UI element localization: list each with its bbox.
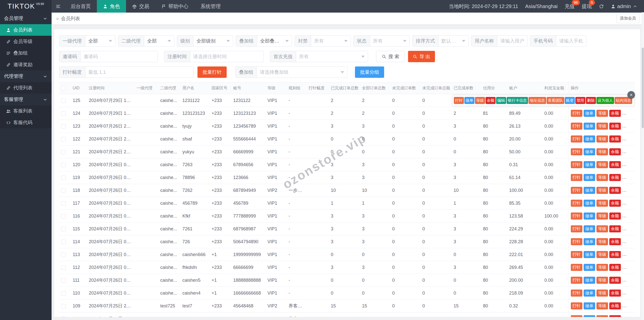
row-action-做单[interactable]: 做单 xyxy=(584,161,595,168)
row-checkbox[interactable] xyxy=(61,278,66,283)
filter-input[interactable] xyxy=(497,35,527,46)
row-checkbox[interactable] xyxy=(61,253,66,257)
row-action-编辑[interactable]: 编辑 xyxy=(496,97,506,104)
sidebar-item-客服代码[interactable]: 客服代码 xyxy=(0,117,52,128)
row-action-打针[interactable]: 打针 xyxy=(571,187,582,194)
reg-time-input[interactable] xyxy=(190,51,263,62)
withdraw-link[interactable]: 提现 5 xyxy=(582,3,592,10)
first-recharge-select[interactable]: 所有 xyxy=(296,51,368,62)
sidebar-group-header[interactable]: 会员管理 xyxy=(0,13,52,24)
row-action-做单[interactable]: 做单 xyxy=(584,212,595,220)
row-action-做单[interactable]: 做单 xyxy=(584,110,595,117)
row-action-等级[interactable]: 等级 xyxy=(596,200,608,207)
sidebar-item-会员等级[interactable]: 会员等级 xyxy=(0,36,52,47)
row-checkbox[interactable] xyxy=(61,291,66,296)
row-action-打针[interactable]: 打针 xyxy=(571,200,582,207)
row-action-设为假人[interactable]: 设为假人 xyxy=(596,97,614,104)
row-action-做单[interactable]: 做单 xyxy=(584,238,595,245)
scrollbar-thumb[interactable] xyxy=(642,48,644,128)
row-action-等级[interactable]: 等级 xyxy=(475,97,485,104)
row-checkbox[interactable] xyxy=(61,124,66,129)
row-checkbox[interactable] xyxy=(61,214,66,219)
row-action-余额[interactable]: 余额 xyxy=(609,187,621,194)
more-actions-button[interactable]: ... xyxy=(635,188,635,193)
row-action-做单[interactable]: 做单 xyxy=(584,302,595,309)
more-actions-button[interactable]: ... xyxy=(635,265,635,270)
more-actions-button[interactable]: ... xyxy=(635,200,635,205)
row-action-打针[interactable]: 打针 xyxy=(571,110,582,117)
row-action-打针[interactable]: 打针 xyxy=(571,238,582,245)
sidebar-item-邀请奖励[interactable]: 邀请奖励 xyxy=(0,59,52,70)
row-checkbox[interactable] xyxy=(61,150,66,154)
more-actions-button[interactable]: ... xyxy=(635,213,635,218)
more-actions-button[interactable]: ... xyxy=(635,136,635,141)
more-actions-button[interactable]: ... xyxy=(635,252,635,257)
sidebar-item-代理列表[interactable]: 代理列表 xyxy=(0,82,52,94)
row-action-打针[interactable]: 打针 xyxy=(571,135,582,143)
row-action-等级[interactable]: 等级 xyxy=(596,264,608,271)
refresh-icon[interactable] xyxy=(599,4,604,9)
row-action-余额[interactable]: 余额 xyxy=(609,264,621,271)
row-action-余额[interactable]: 余额 xyxy=(486,97,496,104)
row-action-删除[interactable]: 删除 xyxy=(586,97,596,104)
more-actions-button[interactable]: ... xyxy=(635,149,635,154)
select-all-checkbox[interactable] xyxy=(61,86,66,90)
row-action-等级[interactable]: 等级 xyxy=(596,123,608,130)
row-action-打针[interactable]: 打针 xyxy=(571,277,582,284)
row-checkbox[interactable] xyxy=(61,98,66,103)
row-action-做单[interactable]: 做单 xyxy=(464,97,474,104)
export-button[interactable]: 导 出 xyxy=(408,51,435,62)
row-checkbox[interactable] xyxy=(61,317,66,317)
sidebar-group-header[interactable]: 客服管理 xyxy=(0,94,52,105)
row-action-打针[interactable]: 打针 xyxy=(571,290,582,297)
sidebar-group-header[interactable]: 代理管理 xyxy=(0,70,52,82)
filter-select[interactable]: 全部 xyxy=(144,35,174,46)
row-action-打针[interactable]: 打针 xyxy=(571,161,582,168)
row-action-等级[interactable]: 等级 xyxy=(596,315,608,317)
sidebar-item-会员列表[interactable]: 会员列表 xyxy=(0,24,52,36)
row-action-等级[interactable]: 等级 xyxy=(596,187,608,194)
topbar-menu-item[interactable]: 后台首页 xyxy=(65,0,97,13)
more-actions-button[interactable]: ... xyxy=(635,277,635,282)
row-action-做单[interactable]: 做单 xyxy=(584,148,595,155)
row-checkbox[interactable] xyxy=(61,188,66,193)
row-action-余额[interactable]: 余额 xyxy=(609,200,621,207)
row-action-余额[interactable]: 余额 xyxy=(609,161,621,168)
filter-select[interactable]: 全部级别 xyxy=(193,35,233,46)
row-action-做单[interactable]: 做单 xyxy=(584,251,595,258)
add-member-button[interactable]: 添加会员 xyxy=(616,14,639,23)
topbar-menu-item[interactable]: 帮助中心 xyxy=(155,0,194,13)
more-actions-button[interactable]: ... xyxy=(635,316,635,317)
row-action-账变[interactable]: 账变 xyxy=(565,97,575,104)
row-action-做单[interactable]: 做单 xyxy=(584,277,595,284)
row-action-等级[interactable]: 等级 xyxy=(596,161,608,168)
row-action-等级[interactable]: 等级 xyxy=(596,277,608,284)
row-action-等级[interactable]: 等级 xyxy=(596,174,608,181)
more-actions-button[interactable]: ... xyxy=(635,239,635,244)
filter-select[interactable]: 所有 xyxy=(370,35,410,46)
row-action-银行卡信息[interactable]: 银行卡信息 xyxy=(507,97,528,104)
row-action-打针[interactable]: 打针 xyxy=(571,148,582,155)
row-action-做单[interactable]: 做单 xyxy=(584,200,595,207)
row-action-做单[interactable]: 做单 xyxy=(584,174,595,181)
admin-menu[interactable]: admin xyxy=(611,4,637,9)
row-action-等级[interactable]: 等级 xyxy=(596,238,608,245)
row-action-等级[interactable]: 等级 xyxy=(596,110,608,117)
inject-range-input[interactable] xyxy=(85,67,193,78)
row-action-余额[interactable]: 余额 xyxy=(609,174,621,181)
recharge-link[interactable]: 充值 96 xyxy=(565,3,575,10)
row-action-查看团队[interactable]: 查看团队 xyxy=(547,97,564,104)
row-action-余额[interactable]: 余额 xyxy=(609,123,621,130)
row-action-余额[interactable]: 余额 xyxy=(609,225,621,232)
row-checkbox[interactable] xyxy=(61,137,66,141)
row-action-等级[interactable]: 等级 xyxy=(596,225,608,232)
invite-code-input[interactable] xyxy=(80,51,157,62)
row-action-余额[interactable]: 余额 xyxy=(609,148,621,155)
row-action-禁用[interactable]: 禁用 xyxy=(575,97,585,104)
row-action-余额[interactable]: 余额 xyxy=(609,302,621,309)
sidebar-item-叠加组[interactable]: 叠加组 xyxy=(0,47,52,59)
overlay-group-select[interactable]: 请选择叠加组 xyxy=(257,67,347,78)
row-checkbox[interactable] xyxy=(61,201,66,206)
row-action-做单[interactable]: 做单 xyxy=(584,135,595,143)
row-action-做单[interactable]: 做单 xyxy=(584,264,595,271)
